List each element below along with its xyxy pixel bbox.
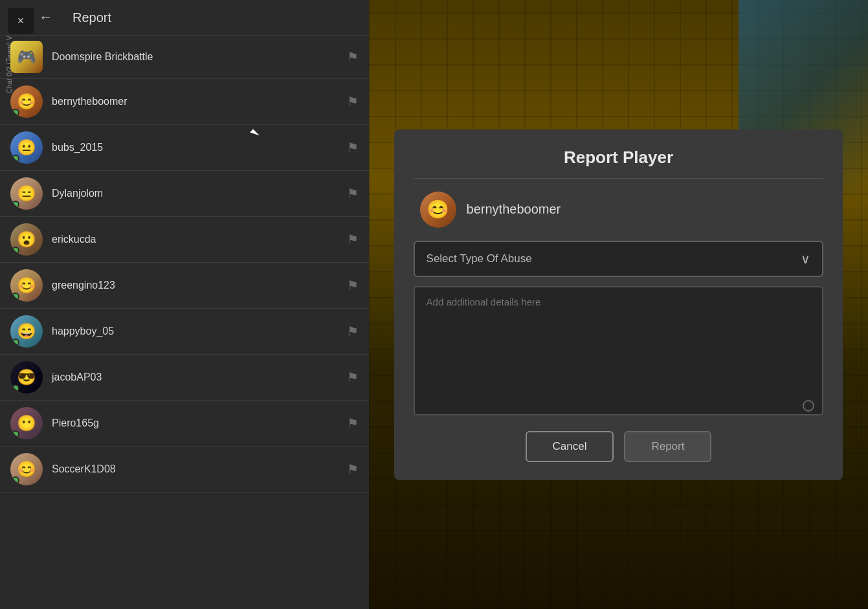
list-item[interactable]: greengino123 ⚑ — [0, 263, 369, 309]
report-flag-icon[interactable]: ⚑ — [347, 232, 359, 247]
modal-overlay: Report Player 😊 bernytheboomer Select Ty… — [369, 0, 868, 609]
avatar — [10, 223, 43, 256]
online-indicator — [12, 109, 19, 116]
avatar — [10, 177, 43, 210]
online-indicator — [12, 476, 19, 484]
online-indicator — [12, 293, 19, 300]
modal-avatar: 😊 — [420, 192, 456, 228]
report-flag-icon[interactable]: ⚑ — [347, 461, 359, 477]
modal-buttons: Cancel Report — [414, 431, 824, 462]
close-button[interactable]: × — [8, 8, 34, 34]
cancel-button[interactable]: Cancel — [526, 431, 614, 462]
player-list: Doomspire Brickbattle ⚑ bernytheboomer ⚑… — [0, 36, 369, 493]
online-indicator — [12, 384, 19, 392]
list-item[interactable]: bubs_2015 ⚑ — [0, 125, 369, 171]
report-flag-icon[interactable]: ⚑ — [347, 278, 359, 293]
game-avatar — [10, 41, 43, 73]
details-wrapper — [414, 286, 824, 418]
report-flag-icon[interactable]: ⚑ — [347, 324, 359, 339]
resize-handle-icon — [803, 400, 814, 412]
avatar — [10, 453, 43, 485]
game-name: Doomspire Brickbattle — [52, 51, 347, 63]
close-icon: × — [17, 14, 25, 28]
online-indicator — [12, 155, 19, 162]
online-indicator — [12, 247, 19, 254]
player-name: Dylanjolom — [52, 188, 347, 199]
list-item[interactable]: jacobAP03 ⚑ — [0, 355, 369, 401]
abuse-type-dropdown[interactable]: Select Type Of Abuse ∨ — [414, 241, 824, 277]
online-indicator — [12, 201, 19, 208]
report-flag-icon[interactable]: ⚑ — [347, 140, 359, 155]
player-name: erickucda — [52, 234, 347, 245]
player-name: SoccerK1D08 — [52, 463, 347, 475]
report-flag-icon[interactable]: ⚑ — [347, 370, 359, 385]
report-panel: × Chat 0/2 (Team) V ← Report Doomspire B… — [0, 0, 369, 609]
details-textarea[interactable] — [414, 286, 824, 415]
back-button[interactable]: ← — [39, 9, 53, 26]
modal-title: Report Player — [414, 148, 824, 168]
avatar — [10, 131, 43, 164]
player-name: bubs_2015 — [52, 142, 347, 153]
list-item[interactable]: Dylanjolom ⚑ — [0, 171, 369, 217]
online-indicator — [12, 338, 19, 346]
avatar — [10, 269, 43, 302]
list-item[interactable]: happyboy_05 ⚑ — [0, 309, 369, 355]
modal-player-info: 😊 bernytheboomer — [414, 192, 824, 228]
report-flag-icon[interactable]: ⚑ — [347, 186, 359, 201]
report-flag-icon[interactable]: ⚑ — [347, 49, 359, 65]
game-list-item[interactable]: Doomspire Brickbattle ⚑ — [0, 36, 369, 79]
player-name: Piero165g — [52, 417, 347, 429]
avatar — [10, 407, 43, 439]
list-item[interactable]: Piero165g ⚑ — [0, 401, 369, 447]
player-name: bernytheboomer — [52, 96, 347, 107]
avatar — [10, 361, 43, 393]
player-name: greengino123 — [52, 280, 347, 291]
avatar — [10, 85, 43, 118]
report-modal: Report Player 😊 bernytheboomer Select Ty… — [394, 129, 843, 480]
modal-divider — [414, 178, 824, 179]
avatar — [10, 315, 43, 348]
panel-title: Report — [72, 10, 111, 25]
player-name: jacobAP03 — [52, 371, 347, 383]
report-submit-button[interactable]: Report — [624, 431, 711, 462]
abuse-dropdown-label: Select Type Of Abuse — [427, 252, 532, 265]
list-item[interactable]: bernytheboomer ⚑ — [0, 79, 369, 125]
report-header: ← Report — [0, 0, 369, 36]
chevron-down-icon: ∨ — [801, 251, 810, 267]
modal-player-name: bernytheboomer — [467, 202, 561, 217]
player-name: happyboy_05 — [52, 326, 347, 337]
online-indicator — [12, 430, 19, 438]
report-flag-icon[interactable]: ⚑ — [347, 415, 359, 431]
list-item[interactable]: erickucda ⚑ — [0, 217, 369, 263]
list-item[interactable]: SoccerK1D08 ⚑ — [0, 447, 369, 493]
report-flag-icon[interactable]: ⚑ — [347, 94, 359, 109]
